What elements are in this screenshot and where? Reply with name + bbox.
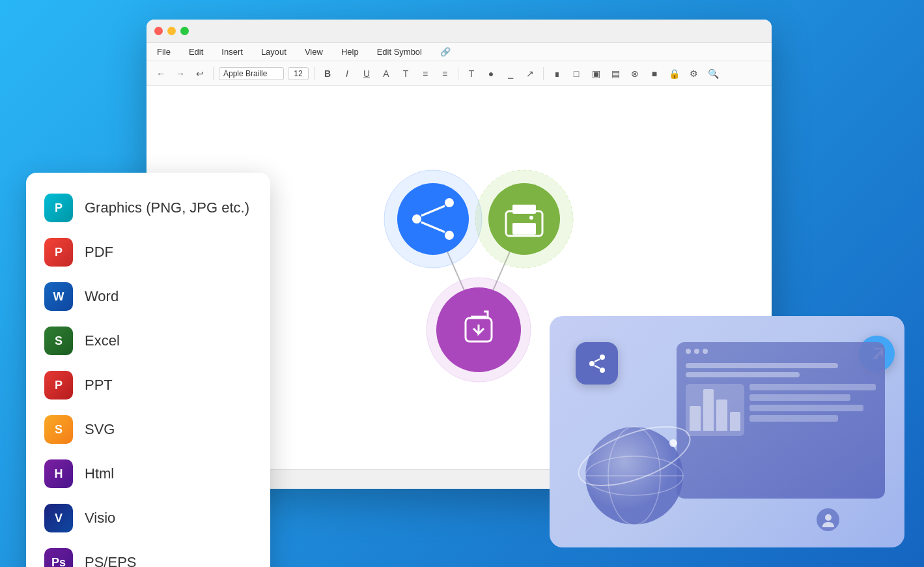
export-icon-png: P [44, 194, 73, 222]
svg-point-5 [445, 198, 454, 207]
screen-content [677, 358, 885, 441]
export-item-excel[interactable]: SExcel [26, 319, 270, 363]
person-icon [817, 508, 839, 531]
more-tools-4[interactable]: ▤ [608, 66, 623, 81]
screen-bar-1 [686, 363, 838, 368]
chart-bar-3 [716, 400, 727, 431]
screen-bar-2 [686, 372, 800, 377]
export-item-svg[interactable]: SSVG [26, 407, 270, 452]
export-menu: PGraphics (PNG, JPG etc.)PPDFWWordSExcel… [26, 173, 270, 567]
svg-point-19 [589, 361, 595, 366]
lock-button[interactable]: 🔒 [666, 66, 682, 81]
font-color-button[interactable]: A [378, 66, 394, 81]
undo-button[interactable]: ← [153, 66, 169, 81]
back-button[interactable]: ↩ [192, 66, 208, 81]
menu-edit[interactable]: Edit [186, 46, 206, 58]
export-icon-letter-svg: S [55, 423, 63, 437]
toolbar-divider-3 [458, 67, 458, 80]
export-label-word: Word [85, 288, 119, 305]
svg-rect-12 [512, 205, 536, 214]
svg-point-6 [445, 231, 454, 240]
globe-container [569, 404, 699, 534]
export-label-html: Html [85, 465, 114, 482]
italic-button[interactable]: I [339, 66, 355, 81]
export-label-visio: Visio [85, 510, 115, 527]
export-icon-word: W [44, 282, 73, 311]
screen-list [749, 384, 876, 436]
window-titlebar [147, 20, 772, 43]
toolbar-divider-1 [213, 67, 214, 80]
export-item-pdf[interactable]: PPDF [26, 230, 270, 274]
more-tools-6[interactable]: ■ [647, 66, 662, 81]
screen-list-item-2 [749, 394, 850, 401]
maximize-button[interactable] [180, 27, 189, 35]
person-svg [821, 513, 835, 527]
font-size-input[interactable] [288, 67, 309, 80]
more-tools-2[interactable]: □ [568, 66, 584, 81]
export-label-excel: Excel [85, 332, 120, 349]
close-button[interactable] [154, 27, 163, 35]
svg-point-3 [397, 183, 469, 255]
export-icon-letter-word: W [53, 290, 64, 304]
export-icon-letter-excel: S [55, 334, 63, 348]
text-format-button[interactable]: T [464, 66, 479, 81]
export-item-ps[interactable]: PsPS/EPS [26, 540, 270, 567]
export-icon-ps: Ps [44, 548, 73, 567]
align-left-button[interactable]: ≡ [417, 66, 433, 81]
fill-button[interactable]: ● [483, 66, 499, 81]
export-label-png: Graphics (PNG, JPG etc.) [85, 199, 249, 216]
arrow-button[interactable]: ↗ [522, 66, 538, 81]
screen-mockup [677, 342, 885, 499]
export-icon-letter-ppt: P [55, 379, 63, 392]
menu-file[interactable]: File [154, 46, 173, 58]
globe-svg [569, 404, 699, 534]
text-button[interactable]: T [398, 66, 413, 81]
share-icon [585, 352, 609, 375]
line-button[interactable]: ⎯ [503, 66, 518, 81]
bold-button[interactable]: B [320, 66, 335, 81]
menu-insert[interactable]: Insert [219, 46, 245, 58]
export-item-html[interactable]: HHtml [26, 452, 270, 496]
screen-dots [677, 342, 885, 358]
window-menubar: File Edit Insert Layout View Help Edit S… [147, 43, 772, 61]
export-label-pdf: PDF [85, 244, 113, 261]
share-illustration [550, 316, 904, 547]
screen-dot-1 [686, 349, 691, 354]
align-right-button[interactable]: ≡ [437, 66, 453, 81]
menu-layout[interactable]: Layout [259, 46, 289, 58]
font-selector[interactable] [219, 67, 284, 80]
export-icon-letter-png: P [55, 201, 63, 215]
menu-edit-symbol[interactable]: Edit Symbol [374, 46, 425, 58]
export-icon-visio: V [44, 504, 73, 532]
minimize-button[interactable] [167, 27, 176, 35]
more-tools-3[interactable]: ▣ [588, 66, 604, 81]
svg-point-14 [529, 216, 533, 220]
underline-button[interactable]: U [359, 66, 374, 81]
screen-chart-area [686, 384, 876, 436]
export-icon-pdf: P [44, 238, 73, 267]
export-item-png[interactable]: PGraphics (PNG, JPG etc.) [26, 186, 270, 230]
more-tools-5[interactable]: ⊗ [627, 66, 643, 81]
search-button[interactable]: 🔍 [705, 66, 721, 81]
chart-bar-2 [703, 389, 714, 431]
export-item-word[interactable]: WWord [26, 274, 270, 319]
export-icon-ppt: P [44, 371, 73, 400]
screen-list-item-1 [749, 384, 876, 390]
menu-view[interactable]: View [302, 46, 326, 58]
chart-bar-4 [730, 412, 741, 431]
export-label-ppt: PPT [85, 377, 113, 394]
export-item-visio[interactable]: VVisio [26, 496, 270, 540]
export-item-ppt[interactable]: PPPT [26, 363, 270, 407]
export-icon-excel: S [44, 327, 73, 355]
redo-button[interactable]: → [173, 66, 188, 81]
share-panel [550, 316, 904, 547]
screen-list-item-3 [749, 405, 863, 411]
screen-list-item-4 [749, 415, 838, 422]
settings-button[interactable]: ⚙ [686, 66, 701, 81]
menu-link[interactable]: 🔗 [438, 46, 453, 58]
window-toolbar: ← → ↩ B I U A T ≡ ≡ T ● ⎯ ↗ ∎ □ ▣ ▤ ⊗ ■ … [147, 61, 772, 86]
export-label-ps: PS/EPS [85, 554, 136, 567]
menu-help[interactable]: Help [339, 46, 361, 58]
more-tools-1[interactable]: ∎ [549, 66, 565, 81]
svg-point-20 [600, 355, 605, 360]
